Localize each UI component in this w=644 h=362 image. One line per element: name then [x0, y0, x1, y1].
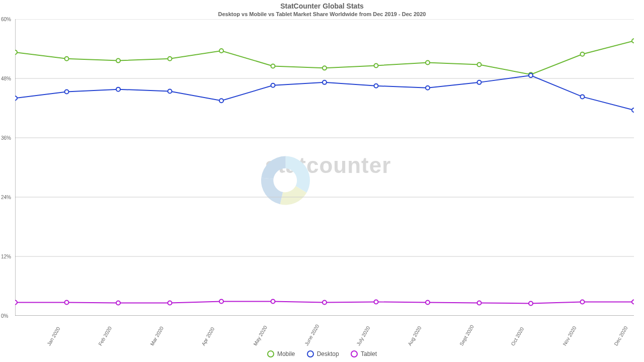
- svg-point-50: [168, 301, 172, 305]
- legend-item-desktop: Desktop: [307, 350, 339, 357]
- svg-point-58: [581, 300, 585, 304]
- svg-point-22: [65, 57, 69, 61]
- svg-point-24: [168, 57, 172, 61]
- svg-point-45: [581, 95, 585, 99]
- svg-point-56: [477, 301, 481, 305]
- x-tick-label: Oct 2020: [510, 326, 525, 347]
- svg-point-37: [168, 89, 172, 94]
- svg-point-47: [15, 300, 17, 304]
- svg-point-43: [477, 80, 481, 84]
- svg-point-54: [374, 300, 378, 304]
- y-tick-label: 48%: [1, 76, 11, 81]
- svg-point-48: [65, 300, 69, 304]
- x-tick-label: Dec 2020: [613, 325, 628, 347]
- svg-point-39: [271, 83, 275, 87]
- y-tick-label: 0%: [1, 313, 8, 319]
- legend-label-desktop: Desktop: [317, 350, 339, 357]
- x-tick-label: June 2020: [303, 324, 320, 347]
- svg-point-29: [426, 61, 430, 65]
- legend-item-mobile: Mobile: [267, 350, 295, 357]
- x-tick-label: July 2020: [355, 325, 371, 347]
- chart-title: StatCounter Global Stats: [0, 2, 644, 10]
- svg-point-49: [116, 301, 120, 305]
- chart-subtitle: Desktop vs Mobile vs Tablet Market Share…: [0, 11, 644, 17]
- legend-marker-tablet: [351, 350, 358, 357]
- y-tick-label: 60%: [1, 17, 11, 22]
- svg-point-57: [529, 301, 533, 305]
- x-tick-label: May 2020: [252, 325, 268, 347]
- svg-point-38: [219, 99, 223, 103]
- y-tick-label: 36%: [1, 135, 11, 141]
- chart-svg: [15, 19, 634, 316]
- svg-point-30: [477, 62, 481, 66]
- x-tick-label: Nov 2020: [561, 325, 577, 347]
- svg-point-44: [529, 73, 533, 77]
- svg-point-40: [323, 80, 327, 84]
- x-tick-label: Apr 2020: [200, 326, 215, 347]
- svg-point-34: [15, 96, 17, 100]
- x-tick-label: Aug 2020: [407, 325, 422, 347]
- svg-point-36: [116, 87, 120, 92]
- x-tick-label: Sept 2020: [458, 324, 474, 347]
- svg-point-21: [15, 50, 17, 54]
- legend-marker-desktop: [307, 350, 314, 357]
- legend: Mobile Desktop Tablet: [0, 350, 644, 359]
- svg-point-52: [271, 299, 275, 303]
- legend-label-mobile: Mobile: [277, 350, 295, 357]
- y-tick-label: 12%: [1, 254, 11, 259]
- legend-label-tablet: Tablet: [361, 350, 377, 357]
- svg-point-35: [65, 90, 69, 94]
- svg-point-32: [581, 52, 585, 56]
- x-tick-label: Mar 2020: [149, 325, 165, 346]
- legend-marker-mobile: [267, 350, 274, 357]
- svg-point-33: [632, 39, 634, 43]
- svg-point-25: [219, 49, 223, 53]
- svg-point-27: [323, 66, 327, 70]
- svg-point-42: [426, 86, 430, 90]
- svg-point-53: [323, 300, 327, 304]
- svg-point-59: [632, 300, 634, 304]
- svg-point-26: [271, 64, 275, 68]
- x-tick-label: Jan 2020: [46, 326, 61, 346]
- svg-point-41: [374, 84, 378, 88]
- svg-point-23: [116, 59, 120, 63]
- svg-point-55: [426, 300, 430, 304]
- x-tick-label: Feb 2020: [97, 325, 113, 346]
- plot-area: statcounter 0%12%24%36%48%60% Jan 2020Fe…: [15, 19, 634, 316]
- y-tick-label: 24%: [1, 195, 11, 200]
- svg-point-28: [374, 63, 378, 67]
- svg-point-46: [632, 108, 634, 112]
- svg-point-51: [219, 299, 223, 303]
- legend-item-tablet: Tablet: [351, 350, 377, 357]
